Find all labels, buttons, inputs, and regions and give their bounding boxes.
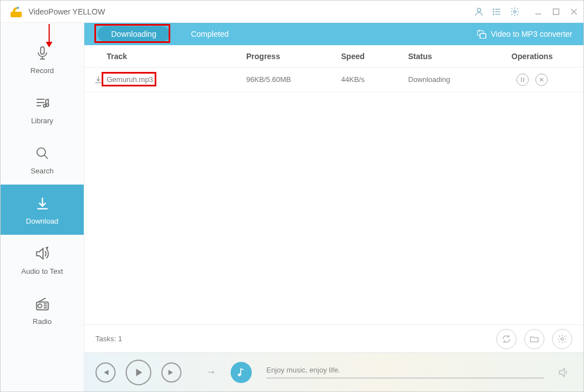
sidebar-item-library[interactable]: Library — [1, 84, 84, 134]
column-header-track: Track — [90, 52, 246, 61]
sidebar-item-search[interactable]: Search — [1, 134, 84, 185]
row-operations — [486, 74, 578, 86]
play-button[interactable] — [126, 360, 151, 385]
svg-point-5 — [493, 11, 494, 12]
video-to-mp3-converter-link[interactable]: Video to MP3 converter — [476, 29, 583, 39]
main-footer: Tasks: 1 — [84, 325, 583, 352]
column-header-speed: Speed — [341, 52, 408, 61]
svg-point-2 — [477, 8, 481, 12]
converter-icon — [476, 29, 486, 39]
next-track-button[interactable] — [161, 362, 181, 383]
tab-label: Downloading — [111, 30, 156, 38]
library-icon — [33, 94, 51, 112]
tab-label: Completed — [191, 30, 229, 38]
maximize-button[interactable] — [551, 7, 561, 17]
sidebar-item-label: Search — [31, 167, 54, 175]
player-bar: → Enjoy music, enjoy life. — [84, 352, 583, 391]
svg-point-35 — [561, 337, 564, 340]
svg-rect-0 — [11, 12, 22, 17]
player-progress-bar[interactable] — [266, 378, 544, 379]
tab-completed[interactable]: Completed — [175, 23, 245, 45]
app-logo-icon — [9, 5, 23, 18]
close-button[interactable] — [569, 7, 579, 17]
column-header-progress: Progress — [246, 52, 341, 61]
main-panel: Downloading Completed Video to MP3 conve… — [84, 23, 583, 391]
title-bar-icons — [474, 7, 520, 17]
volume-button[interactable] — [556, 366, 572, 379]
radio-icon — [33, 295, 51, 313]
open-folder-button[interactable] — [524, 329, 544, 349]
sidebar-item-label: Record — [31, 66, 54, 75]
sidebar-item-label: Audio to Text — [21, 267, 63, 275]
tabs-bar: Downloading Completed Video to MP3 conve… — [84, 23, 583, 45]
sidebar-item-download[interactable]: Download — [1, 185, 84, 235]
svg-rect-29 — [480, 33, 486, 38]
search-icon — [33, 144, 51, 162]
sidebar-item-audio-to-text[interactable]: Audio to Text — [1, 235, 84, 285]
svg-point-20 — [37, 148, 45, 156]
download-icon — [33, 195, 51, 212]
title-bar: VideoPower YELLOW — [1, 1, 583, 23]
column-header-operations: Operations — [486, 52, 578, 61]
sidebar-item-label: Radio — [33, 317, 52, 326]
converter-label: Video to MP3 converter — [491, 30, 572, 38]
tasks-count: Tasks: 1 — [95, 335, 122, 343]
refresh-button[interactable] — [496, 329, 516, 349]
window-controls — [533, 7, 579, 17]
table-header: Track Progress Speed Status Operations — [84, 45, 583, 67]
speaker-icon — [33, 245, 51, 263]
app-title: VideoPower YELLOW — [28, 7, 474, 16]
row-status: Downloading — [408, 75, 486, 84]
player-arrow-icon: → — [197, 366, 225, 378]
sidebar-item-label: Library — [31, 117, 54, 125]
sidebar-item-label: Download — [26, 217, 59, 225]
svg-point-23 — [37, 304, 41, 308]
svg-point-9 — [514, 10, 516, 13]
sidebar-item-record[interactable]: Record — [1, 34, 84, 84]
svg-point-7 — [493, 13, 494, 14]
svg-line-27 — [39, 298, 46, 302]
pause-button[interactable] — [516, 74, 529, 86]
app-window: VideoPower YELLOW — [0, 0, 584, 392]
row-progress: 96KB/5.60MB — [246, 75, 341, 84]
table-body: Gemuruh.mp3 96KB/5.60MB 44KB/s Downloadi… — [84, 67, 583, 325]
row-speed: 44KB/s — [341, 75, 408, 84]
download-row-icon — [90, 75, 107, 84]
app-body: Record Library Search Download — [1, 23, 583, 391]
table-row[interactable]: Gemuruh.mp3 96KB/5.60MB 44KB/s Downloadi… — [84, 67, 583, 92]
cancel-button[interactable] — [535, 74, 548, 86]
svg-point-3 — [493, 8, 494, 9]
highlight-arrow — [49, 24, 50, 46]
sidebar: Record Library Search Download — [1, 23, 84, 391]
settings-gear-icon[interactable] — [510, 7, 520, 17]
svg-point-19 — [46, 104, 49, 107]
player-text-area: Enjoy music, enjoy life. — [262, 366, 544, 379]
svg-rect-14 — [40, 47, 44, 54]
settings-button[interactable] — [552, 329, 572, 349]
track-name: Gemuruh.mp3 — [107, 75, 246, 84]
previous-track-button[interactable] — [95, 362, 116, 383]
account-icon[interactable] — [474, 7, 484, 17]
music-note-icon — [231, 362, 252, 383]
column-header-status: Status — [408, 52, 486, 61]
svg-line-21 — [44, 155, 48, 159]
tab-downloading[interactable]: Downloading — [98, 26, 170, 42]
player-message: Enjoy music, enjoy life. — [266, 366, 544, 374]
minimize-button[interactable] — [533, 7, 543, 17]
sidebar-item-radio[interactable]: Radio — [1, 285, 84, 335]
svg-point-1 — [17, 7, 19, 9]
list-icon[interactable] — [492, 7, 502, 17]
svg-rect-11 — [553, 9, 559, 14]
